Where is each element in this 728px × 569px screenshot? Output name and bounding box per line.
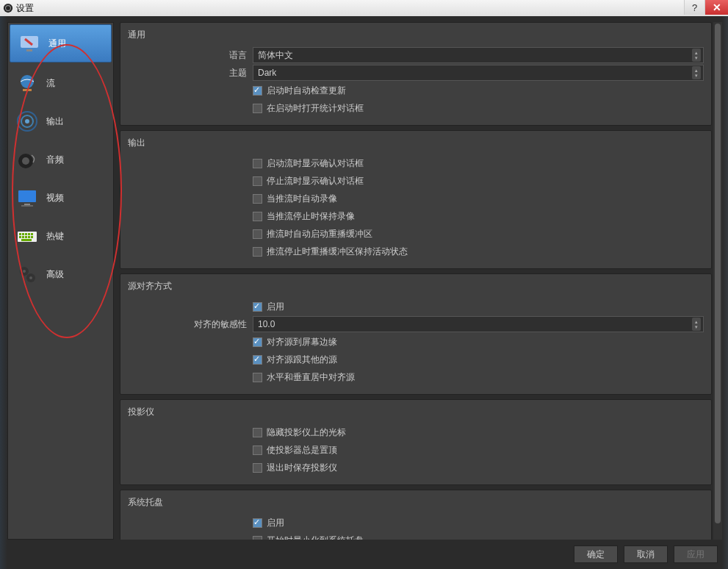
section-projector: 投影仪 隐藏投影仪上的光标 使投影器总是置顶 退出时保存投影仪 <box>120 399 712 485</box>
cancel-button[interactable]: 取消 <box>624 545 668 563</box>
checkbox-snap-other-sources[interactable]: 对齐源跟其他的源 <box>253 354 704 366</box>
dropdown-arrows-icon: ▴▾ <box>692 66 701 79</box>
section-output: 输出 启动流时显示确认对话框 停止流时显示确认对话框 当推流时自动录像 当推流停… <box>120 130 712 269</box>
sidebar-item-label: 通用 <box>48 37 66 50</box>
svg-rect-12 <box>24 204 30 205</box>
spinbox-arrows-icon: ▴▾ <box>692 318 701 331</box>
checkbox-confirm-start-stream[interactable]: 启动流时显示确认对话框 <box>253 157 704 170</box>
checkbox-always-on-top[interactable]: 使投影器总是置顶 <box>253 444 704 457</box>
section-title: 源对齐方式 <box>128 280 704 293</box>
speaker-icon <box>15 148 39 171</box>
display-icon <box>15 186 39 210</box>
checkbox-snapping-enable[interactable]: 启用 <box>253 301 704 313</box>
keyboard-icon <box>15 224 39 248</box>
sensitivity-spinbox[interactable]: 10.0▴▾ <box>253 316 704 332</box>
checkbox-min-to-tray-on-start[interactable]: 开始时最小化到系统托盘 <box>253 534 704 540</box>
section-title: 输出 <box>128 137 704 149</box>
scroll-thumb[interactable] <box>715 24 721 523</box>
language-dropdown[interactable]: 简体中文▴▾ <box>253 47 704 63</box>
checkbox-keep-replay-buffer[interactable]: 推流停止时重播缓冲区保持活动状态 <box>253 246 704 258</box>
svg-point-6 <box>25 119 29 124</box>
svg-rect-3 <box>26 49 32 51</box>
gears-icon <box>15 262 39 286</box>
sidebar-item-advanced[interactable]: 高级 <box>8 255 113 293</box>
checkbox-hide-cursor[interactable]: 隐藏投影仪上的光标 <box>253 426 704 439</box>
checkbox-confirm-stop-stream[interactable]: 停止流时显示确认对话框 <box>253 175 704 187</box>
svg-rect-11 <box>18 190 36 202</box>
svg-rect-16 <box>22 233 24 235</box>
svg-rect-22 <box>25 236 27 238</box>
checkbox-center-hv[interactable]: 水平和垂直居中对齐源 <box>253 371 704 384</box>
dropdown-arrows-icon: ▴▾ <box>692 49 701 62</box>
sidebar-item-label: 音频 <box>46 154 64 166</box>
close-button[interactable]: ✕ <box>704 0 728 15</box>
sidebar-item-label: 流 <box>46 77 55 90</box>
sidebar-item-label: 高级 <box>46 268 64 281</box>
section-title: 系统托盘 <box>128 496 704 509</box>
sidebar-item-video[interactable]: 视频 <box>8 179 113 217</box>
svg-rect-13 <box>21 205 33 207</box>
checkbox-save-on-exit[interactable]: 退出时保存投影仪 <box>253 462 704 474</box>
svg-rect-5 <box>23 89 32 91</box>
left-blur-deco <box>0 16 7 569</box>
obs-icon <box>3 3 13 13</box>
section-general: 通用 语言 简体中文▴▾ 主题 Dark▴▾ 启动时自动检查更新 在启动时打开统… <box>120 22 712 126</box>
apply-button[interactable]: 应用 <box>674 545 718 563</box>
checkbox-auto-replay-buffer[interactable]: 推流时自动启动重播缓冲区 <box>253 228 704 240</box>
checkbox-keep-record[interactable]: 当推流停止时保持录像 <box>253 210 704 223</box>
theme-dropdown[interactable]: Dark▴▾ <box>253 65 704 81</box>
titlebar: 设置 ? ✕ <box>0 0 728 16</box>
main-pane: 通用 语言 简体中文▴▾ 主题 Dark▴▾ 启动时自动检查更新 在启动时打开统… <box>120 22 722 540</box>
svg-point-29 <box>29 276 32 279</box>
section-title: 投影仪 <box>128 406 704 418</box>
monitor-icon <box>18 32 41 55</box>
language-label: 语言 <box>128 49 253 62</box>
ok-button[interactable]: 确定 <box>574 545 618 563</box>
section-snapping: 源对齐方式 启用 对齐的敏感性 10.0▴▾ 对齐源到屏幕边缘 对齐源跟其他的源… <box>120 273 712 395</box>
sidebar-item-output[interactable]: 输出 <box>8 102 113 140</box>
checkbox-auto-update[interactable]: 启动时自动检查更新 <box>253 85 704 97</box>
sidebar-item-label: 热键 <box>46 230 64 243</box>
sidebar-item-audio[interactable]: 音频 <box>8 140 113 179</box>
svg-point-4 <box>21 75 34 88</box>
section-title: 通用 <box>128 29 704 41</box>
svg-rect-18 <box>28 233 30 235</box>
svg-point-0 <box>4 4 12 12</box>
checkbox-snap-screen-edge[interactable]: 对齐源到屏幕边缘 <box>253 336 704 348</box>
sidebar-item-label: 输出 <box>46 115 64 128</box>
theme-label: 主题 <box>128 67 253 79</box>
scrollbar[interactable] <box>713 22 722 540</box>
svg-point-10 <box>22 157 29 165</box>
svg-rect-24 <box>31 236 33 238</box>
sidebar-item-hotkeys[interactable]: 热键 <box>8 217 113 255</box>
window-title: 设置 <box>16 2 34 15</box>
svg-rect-17 <box>25 233 27 235</box>
checkbox-open-stats[interactable]: 在启动时打开统计对话框 <box>253 102 704 115</box>
checkbox-auto-record[interactable]: 当推流时自动录像 <box>253 193 704 205</box>
svg-rect-15 <box>19 233 21 235</box>
dialog-buttons: 确定 取消 应用 <box>574 545 718 563</box>
broadcast-icon <box>15 110 39 133</box>
sidebar-item-stream[interactable]: 流 <box>8 64 113 102</box>
sidebar-item-general[interactable]: 通用 <box>10 24 112 62</box>
checkbox-tray-enable[interactable]: 启用 <box>253 517 704 529</box>
svg-rect-20 <box>19 236 21 238</box>
sidebar: 通用 流 输出 音频 视频 热键 <box>7 22 114 540</box>
svg-rect-21 <box>22 236 24 238</box>
right-blur-deco <box>722 16 728 569</box>
sensitivity-label: 对齐的敏感性 <box>128 318 253 331</box>
help-button[interactable]: ? <box>684 0 704 15</box>
section-tray: 系统托盘 启用 开始时最小化到系统托盘 总是最小化到系统托盘，而不是任务栏 <box>120 490 712 540</box>
svg-rect-25 <box>21 239 32 241</box>
svg-rect-23 <box>28 236 30 238</box>
svg-rect-19 <box>31 233 33 235</box>
sidebar-item-label: 视频 <box>46 192 64 204</box>
globe-icon <box>15 71 39 95</box>
svg-point-28 <box>23 270 26 273</box>
